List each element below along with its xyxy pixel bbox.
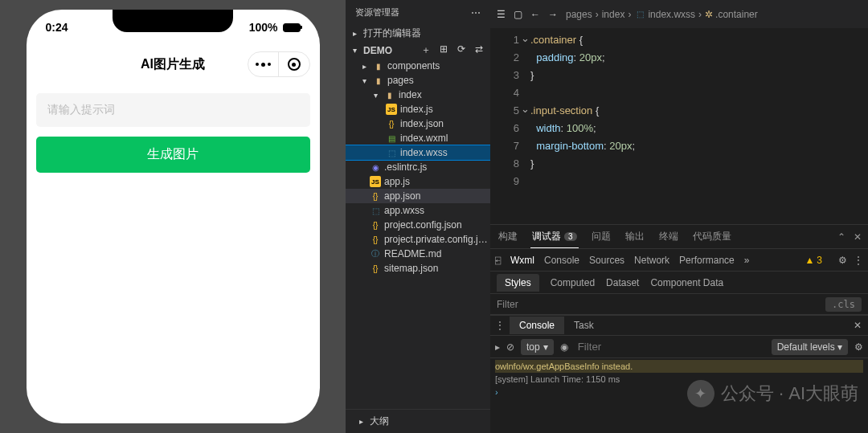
tab-build[interactable]: 构建	[497, 225, 519, 248]
phone-notch	[113, 10, 233, 32]
folder-icon: ▮	[384, 89, 395, 100]
eye-icon[interactable]: ◉	[560, 341, 568, 353]
collapse-icon[interactable]: ⇄	[473, 43, 485, 57]
tab-terminal[interactable]: 终端	[657, 225, 680, 248]
file-index-js[interactable]: JSindex.js	[346, 102, 490, 116]
panel-tabs: 构建 调试器3 问题 输出 终端 代码质量 ⌃ ✕	[490, 225, 868, 249]
file-sitemap[interactable]: {}sitemap.json	[346, 261, 490, 276]
more-tabs-icon[interactable]: »	[744, 255, 750, 266]
back-icon[interactable]: ←	[530, 9, 540, 20]
inspect-icon[interactable]: ⍇	[495, 255, 501, 266]
file-app-wxss[interactable]: ⬚app.wxss	[346, 203, 490, 218]
prompt-input[interactable]: 请输入提示词	[36, 93, 310, 127]
capsule	[248, 51, 310, 77]
bottom-panel: 构建 调试器3 问题 输出 终端 代码质量 ⌃ ✕ ⍇ Wxml Console…	[490, 224, 868, 433]
tab-styles[interactable]: Styles	[497, 274, 539, 292]
file-index-wxss[interactable]: ⬚index.wxss	[346, 145, 490, 160]
clear-console-icon[interactable]: ⊘	[506, 341, 514, 353]
tab-output[interactable]: 输出	[624, 225, 646, 248]
list-icon[interactable]: ☰	[497, 9, 506, 20]
wxss-icon: ⬚	[386, 147, 397, 158]
editor-pane: ☰ ▢ ← → pages› index› ⬚index.wxss› ✲.con…	[490, 0, 868, 433]
json-icon: {}	[370, 234, 381, 245]
breadcrumb: pages› index› ⬚index.wxss› ✲.container	[566, 9, 758, 20]
explorer-title: 资源管理器	[355, 6, 399, 18]
more-icon[interactable]: ⋯	[471, 7, 481, 18]
generate-button[interactable]: 生成图片	[36, 137, 310, 173]
file-app-json[interactable]: {}app.json	[346, 189, 490, 203]
file-eslintrc[interactable]: ◉.eslintrc.js	[346, 160, 490, 174]
tab-computed[interactable]: Computed	[551, 277, 595, 288]
drawer-tab-task[interactable]: Task	[564, 317, 604, 334]
tab-performance[interactable]: Performance	[679, 255, 735, 266]
tab-component-data[interactable]: Component Data	[650, 277, 723, 288]
log-line: owlnfo/wx.getAppBaseInfo instead.	[495, 360, 863, 373]
crumb-index[interactable]: index	[602, 9, 625, 20]
eslint-icon: ◉	[370, 161, 381, 173]
tab-quality[interactable]: 代码质量	[691, 225, 733, 248]
console-settings-icon[interactable]: ⚙	[854, 341, 863, 353]
folder-index[interactable]: ▾▮index	[346, 88, 490, 102]
drawer-close-icon[interactable]: ✕	[847, 320, 868, 331]
close-panel-icon[interactable]: ✕	[854, 231, 862, 243]
outline-section[interactable]: ▸大纲	[346, 409, 490, 433]
folder-icon: ▮	[373, 75, 384, 86]
cls-toggle[interactable]: .cls	[825, 297, 862, 312]
json-icon: {}	[370, 219, 381, 231]
tab-issues[interactable]: 问题	[590, 225, 612, 248]
devtools-more-icon[interactable]: ⋮	[854, 255, 863, 266]
console-drawer-tabs: ⋮ Console Task ✕	[490, 315, 868, 336]
maximize-icon[interactable]: ⌃	[837, 231, 845, 243]
styles-filter-bar: Filter .cls	[490, 294, 868, 315]
project-root[interactable]: ▾DEMO ＋ ⊞ ⟳ ⇄	[346, 42, 490, 59]
folder-pages[interactable]: ▾▮pages	[346, 73, 490, 88]
folder-icon: ▮	[373, 60, 384, 71]
console-drawer-toggle[interactable]: ⋮	[490, 320, 510, 331]
console-prompt[interactable]: ›	[495, 387, 498, 397]
crumb-pages[interactable]: pages	[566, 9, 592, 20]
console-toolbar: ▸ ⊘ top▾ ◉ Default levels ▾ ⚙	[490, 336, 868, 358]
file-project-private[interactable]: {}project.private.config.js...	[346, 232, 490, 247]
js-icon: JS	[370, 176, 381, 187]
editor-tab-bar: ☰ ▢ ← → pages› index› ⬚index.wxss› ✲.con…	[490, 0, 868, 28]
json-icon: {}	[386, 118, 397, 129]
tab-sources[interactable]: Sources	[589, 255, 624, 266]
explorer-sidebar: 资源管理器 ⋯ ▸打开的编辑器 ▾DEMO ＋ ⊞ ⟳ ⇄ ▸▮componen…	[346, 0, 490, 433]
file-index-json[interactable]: {}index.json	[346, 116, 490, 131]
code-editor[interactable]: 123456789 ⌄⌄ .container { padding: 20px;…	[490, 28, 868, 224]
js-icon: JS	[386, 104, 397, 115]
refresh-icon[interactable]: ⟳	[455, 43, 468, 57]
file-readme[interactable]: ⓘREADME.md	[346, 247, 490, 261]
file-project-config[interactable]: {}project.config.json	[346, 218, 490, 232]
tab-dataset[interactable]: Dataset	[606, 277, 639, 288]
nav-bar: AI图片生成	[27, 45, 320, 84]
forward-icon[interactable]: →	[548, 9, 558, 20]
capsule-menu-button[interactable]	[248, 52, 279, 76]
status-time: 0:24	[46, 21, 68, 34]
open-editors-section[interactable]: ▸打开的编辑器	[346, 25, 490, 42]
bookmark-icon[interactable]: ▢	[514, 9, 522, 20]
crumb-selector[interactable]: ✲.container	[705, 9, 758, 20]
console-toggle-icon[interactable]: ▸	[495, 341, 500, 353]
new-folder-icon[interactable]: ⊞	[437, 43, 450, 57]
tab-wxml[interactable]: Wxml	[510, 255, 534, 266]
settings-icon[interactable]: ⚙	[838, 255, 847, 266]
tab-debugger[interactable]: 调试器3	[530, 225, 579, 248]
new-file-icon[interactable]: ＋	[420, 43, 432, 57]
warnings-indicator[interactable]: ▲ 3	[805, 255, 822, 266]
page-title: AI图片生成	[141, 56, 205, 73]
crumb-file[interactable]: ⬚index.wxss	[634, 9, 695, 20]
context-select[interactable]: top▾	[521, 339, 554, 355]
levels-select[interactable]: Default levels ▾	[772, 339, 848, 355]
battery-label: 100%	[249, 21, 278, 34]
console-filter-input[interactable]	[575, 339, 765, 354]
file-index-wxml[interactable]: ▤index.wxml	[346, 131, 490, 145]
tab-devtools-console[interactable]: Console	[544, 255, 579, 266]
folder-components[interactable]: ▸▮components	[346, 59, 490, 73]
styles-filter-label[interactable]: Filter	[497, 299, 518, 310]
capsule-close-button[interactable]	[279, 52, 309, 76]
info-icon: ⓘ	[370, 248, 381, 259]
tab-network[interactable]: Network	[634, 255, 669, 266]
drawer-tab-console[interactable]: Console	[510, 317, 564, 334]
file-app-js[interactable]: JSapp.js	[346, 174, 490, 189]
